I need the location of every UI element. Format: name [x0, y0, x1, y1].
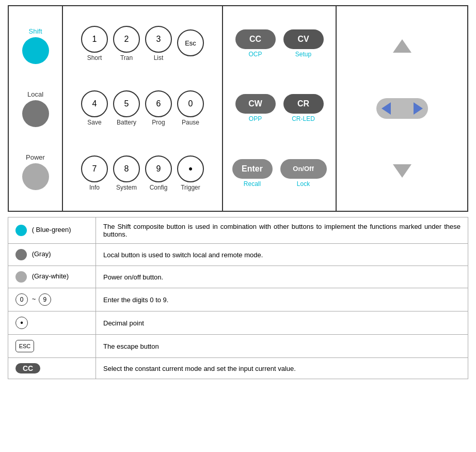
table-cell-icon: CC [8, 358, 96, 379]
mode-row-3: Enter Recall On/Off Lock [232, 159, 327, 188]
arrow-down-button[interactable] [393, 164, 411, 178]
onoff-sub: Lock [297, 180, 310, 188]
table-cell-icon: ( Blue-green) [8, 217, 96, 244]
graywhite-label: (Gray-white) [32, 272, 69, 280]
num-button-8[interactable]: 8 [113, 155, 140, 182]
num-button-7[interactable]: 7 [81, 155, 108, 182]
gray-indicator [15, 249, 27, 260]
num-button-5[interactable]: 5 [113, 90, 140, 117]
table-cell-icon: (Gray-white) [8, 266, 96, 288]
arrow-right-button[interactable] [414, 102, 423, 115]
num-button-4[interactable]: 4 [81, 90, 108, 117]
key-7: 7 Info [81, 155, 108, 191]
onoff-group: On/Off Lock [280, 159, 327, 188]
cw-button[interactable]: CW [235, 94, 276, 114]
power-controls: Shift Local Power [9, 6, 63, 211]
shift-label: Shift [28, 27, 42, 35]
enter-sub: Recall [244, 180, 261, 188]
num-button-9[interactable]: 9 [145, 155, 172, 182]
cr-button[interactable]: CR [283, 94, 324, 114]
num-button-3[interactable]: 3 [145, 26, 172, 53]
key-5-label: Battery [117, 119, 136, 126]
mode-row-2: CW OPP CR CR-LED [235, 94, 324, 122]
key-dot-label: Trigger [181, 184, 200, 191]
num-button-0[interactable]: 0 [177, 90, 204, 117]
table-row: (Gray-white) Power on/off button. [8, 266, 468, 288]
cc-sub: OCP [248, 51, 262, 58]
cr-sub: CR-LED [292, 115, 315, 122]
cw-group: CW OPP [235, 94, 276, 122]
power-button[interactable] [22, 163, 49, 190]
blue-indicator [15, 225, 27, 236]
circle-0: 0 [15, 293, 28, 306]
local-button[interactable] [22, 100, 49, 127]
key-dot: • Trigger [177, 155, 204, 191]
table-row: ESC The escape button [8, 335, 468, 358]
num-button-dot[interactable]: • [177, 155, 204, 182]
table-cell-desc: Power on/off button. [96, 266, 468, 288]
num-button-2[interactable]: 2 [113, 26, 140, 53]
num-button-1[interactable]: 1 [81, 26, 108, 53]
description-table: ( Blue-green) The Shift composite button… [8, 217, 468, 379]
table-cell-desc: The escape button [96, 335, 468, 358]
mode-buttons: CC OCP CV Setup CW OPP CR CR-LED Enter R… [223, 6, 337, 211]
gray-label: (Gray) [32, 250, 51, 258]
table-cell-icon: • [8, 311, 96, 335]
key-5: 5 Battery [113, 90, 140, 126]
graywhite-indicator [15, 271, 27, 283]
table-cell-desc: Local button is used to switch local and… [96, 244, 468, 266]
local-group: Local [22, 90, 49, 127]
numpad-row-1: 1 Short 2 Tran 3 List Esc [81, 26, 204, 61]
arrow-up-button[interactable] [393, 39, 411, 53]
key-3-label: List [154, 54, 164, 61]
cv-sub: Setup [295, 51, 311, 58]
cv-button[interactable]: CV [283, 29, 324, 49]
tilde-label: ~ [32, 295, 36, 303]
esc-indicator: ESC [15, 340, 34, 352]
numpad-row-2: 4 Save 5 Battery 6 Prog 0 Pause [81, 90, 204, 126]
cw-sub: OPP [249, 115, 262, 122]
key-4: 4 Save [81, 90, 108, 126]
key-9: 9 Config [145, 155, 172, 191]
arrow-lr-group[interactable] [376, 98, 428, 119]
key-6: 6 Prog [145, 90, 172, 126]
shift-button[interactable] [22, 37, 49, 64]
table-cell-desc: Enter the digits 0 to 9. [96, 288, 468, 311]
power-group: Power [22, 153, 49, 190]
key-esc: Esc [177, 29, 204, 58]
key-9-label: Config [150, 184, 168, 191]
table-cell-icon: (Gray) [8, 244, 96, 266]
key-8: 8 System [113, 155, 140, 191]
table-row: 0 ~ 9 Enter the digits 0 to 9. [8, 288, 468, 311]
table-cell-icon: ESC [8, 335, 96, 358]
table-row: CC Select the constant current mode and … [8, 358, 468, 379]
arrow-keys [337, 6, 467, 211]
table-cell-desc: Select the constant current mode and set… [96, 358, 468, 379]
mode-row-1: CC OCP CV Setup [235, 29, 324, 58]
table-row: • Decimal point [8, 311, 468, 335]
num-button-esc[interactable]: Esc [177, 29, 204, 56]
key-2: 2 Tran [113, 26, 140, 61]
arrow-left-button[interactable] [382, 102, 391, 115]
key-2-label: Tran [120, 54, 133, 61]
num-button-6[interactable]: 6 [145, 90, 172, 117]
key-6-label: Prog [152, 119, 165, 126]
numpad-row-3: 7 Info 8 System 9 Config • Trigger [81, 155, 204, 191]
dot-indicator: • [15, 317, 28, 329]
key-1-label: Short [87, 54, 102, 61]
key-0: 0 Pause [177, 90, 204, 126]
key-4-label: Save [87, 119, 101, 126]
onoff-button[interactable]: On/Off [280, 159, 327, 179]
shift-group: Shift [22, 27, 49, 64]
circle-9: 9 [39, 293, 51, 306]
key-1: 1 Short [81, 26, 108, 61]
key-0-label: Pause [182, 119, 199, 126]
cc-indicator: CC [15, 363, 40, 373]
control-panel: Shift Local Power 1 Short 2 Tran 3 List [8, 5, 468, 212]
table-row: (Gray) Local button is used to switch lo… [8, 244, 468, 266]
table-cell-icon: 0 ~ 9 [8, 288, 96, 311]
local-label: Local [27, 90, 43, 98]
key-8-label: System [116, 184, 137, 191]
enter-button[interactable]: Enter [232, 159, 273, 179]
cc-button[interactable]: CC [235, 29, 276, 49]
